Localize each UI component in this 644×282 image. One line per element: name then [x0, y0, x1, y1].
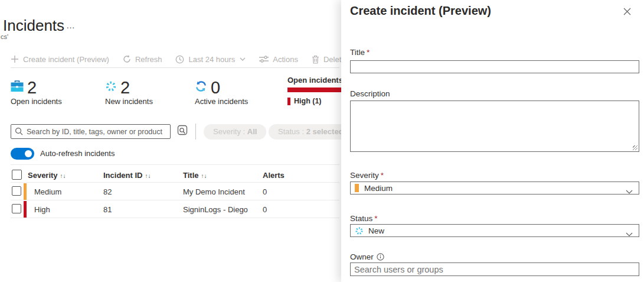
row-checkbox[interactable] — [12, 204, 21, 213]
row-checkbox[interactable] — [12, 186, 21, 196]
filter-divider — [195, 124, 196, 140]
pill-name: Severity : — [213, 127, 247, 136]
breadcrumb: cs' — [1, 33, 8, 40]
severity-chart-title: Open incidents b — [287, 76, 341, 85]
starburst-icon — [105, 80, 117, 95]
resize-handle-icon[interactable] — [633, 145, 638, 150]
time-range-dropdown[interactable]: Last 24 hours — [175, 55, 246, 64]
close-button[interactable] — [621, 7, 633, 18]
table-row[interactable]: High 81 SigninLogs - Diego 0 — [11, 200, 339, 218]
description-field-label: Description — [350, 89, 390, 98]
column-header-severity[interactable]: Severity↑↓ — [28, 171, 66, 180]
chevron-down-icon — [626, 229, 633, 239]
severity-color-bar — [355, 184, 359, 192]
actions-label: Actions — [273, 55, 298, 64]
cell-title: My Demo Incident — [183, 187, 245, 196]
cell-alerts: 0 — [263, 187, 267, 196]
sort-icon: ↑↓ — [145, 173, 151, 179]
required-mark: * — [374, 214, 377, 223]
stat-active-incidents: 0 Active incidents — [195, 79, 248, 106]
cell-severity: Medium — [34, 187, 61, 196]
delete-button[interactable]: Delete — [312, 55, 346, 64]
cell-incident-id: 81 — [103, 205, 112, 214]
stat-label: New incidents — [105, 97, 153, 106]
toggle-knob — [25, 150, 32, 157]
actions-button[interactable]: Actions — [259, 55, 298, 64]
search-settings-icon — [177, 125, 189, 139]
create-incident-label: Create incident (Preview) — [23, 55, 109, 64]
new-status-starburst-icon — [355, 226, 364, 235]
create-incident-button[interactable]: Create incident (Preview) — [11, 55, 109, 64]
column-header-incident-id[interactable]: Incident ID↑↓ — [103, 171, 151, 180]
refresh-label: Refresh — [135, 55, 162, 64]
info-icon[interactable] — [377, 253, 384, 261]
owner-search-input[interactable] — [350, 262, 639, 276]
label-text: Severity — [350, 171, 379, 180]
sort-icon: ↑↓ — [201, 173, 207, 179]
chevron-down-icon — [626, 186, 633, 197]
close-icon — [623, 7, 631, 18]
cell-incident-id: 82 — [103, 187, 112, 196]
severity-value: Medium — [364, 184, 393, 193]
severity-filter-pill[interactable]: Severity : All — [204, 124, 266, 140]
label-text: Title — [350, 48, 365, 57]
label-text: Owner — [350, 252, 374, 261]
select-all-checkbox[interactable] — [12, 170, 22, 180]
more-menu-icon[interactable]: … — [66, 20, 76, 30]
required-mark: * — [381, 171, 384, 180]
legend-swatch — [287, 98, 290, 105]
advanced-search-button[interactable] — [175, 124, 191, 140]
table-top-border — [11, 164, 339, 165]
stat-value: 0 — [211, 79, 220, 96]
page-title: Incidents — [3, 17, 64, 35]
column-label: Alerts — [263, 171, 285, 180]
stat-value: 2 — [27, 79, 37, 96]
stat-label: Open incidents — [11, 97, 62, 106]
clock-icon — [175, 55, 184, 64]
open-incidents-by-severity: Open incidents b High (1) — [287, 76, 341, 105]
label-text: Status — [350, 214, 372, 223]
label-text: Description — [350, 89, 390, 98]
chevron-down-icon — [240, 57, 246, 61]
column-label: Incident ID — [103, 171, 142, 180]
panel-title: Create incident (Preview) — [350, 4, 491, 18]
cell-title: SigninLogs - Diego — [183, 205, 248, 214]
required-mark: * — [367, 48, 370, 57]
sliders-icon — [259, 55, 269, 63]
column-header-title[interactable]: Title↑↓ — [183, 171, 207, 180]
description-textarea[interactable] — [350, 101, 639, 152]
search-box — [11, 124, 171, 139]
title-input[interactable] — [350, 60, 639, 73]
status-dropdown[interactable]: New — [350, 224, 639, 237]
refresh-button[interactable]: Refresh — [123, 55, 162, 64]
trash-icon — [312, 55, 319, 64]
column-label: Title — [183, 171, 199, 180]
sort-icon: ↑↓ — [60, 173, 66, 179]
severity-field-label: Severity* — [350, 171, 384, 180]
plus-icon — [11, 55, 19, 63]
legend-label: High (1) — [294, 97, 322, 105]
severity-strip — [24, 201, 27, 218]
stat-label: Active incidents — [195, 97, 248, 106]
auto-refresh-label: Auto-refresh incidents — [40, 149, 115, 158]
toolbar-divider — [11, 67, 339, 68]
owner-field-label: Owner — [350, 252, 384, 261]
status-value: New — [368, 226, 384, 235]
severity-legend: High (1) — [287, 97, 341, 105]
status-filter-pill[interactable]: Status : 2 selected — [269, 124, 353, 140]
severity-strip — [24, 183, 27, 200]
create-incident-panel: Create incident (Preview) Title* Descrip… — [341, 0, 644, 282]
table-row[interactable]: Medium 82 My Demo Incident 0 — [11, 183, 339, 200]
search-input[interactable] — [11, 124, 171, 139]
severity-bar — [287, 87, 341, 92]
cell-alerts: 0 — [263, 205, 267, 214]
cell-severity: High — [34, 205, 50, 214]
refresh-icon — [123, 55, 131, 63]
stat-value: 2 — [120, 79, 130, 96]
pill-name: Status : — [278, 127, 306, 136]
auto-refresh-toggle[interactable] — [11, 148, 34, 160]
severity-dropdown[interactable]: Medium — [350, 181, 639, 195]
pill-value: 2 selected — [306, 127, 344, 136]
column-header-alerts[interactable]: Alerts — [263, 171, 285, 180]
sync-icon — [195, 80, 207, 95]
